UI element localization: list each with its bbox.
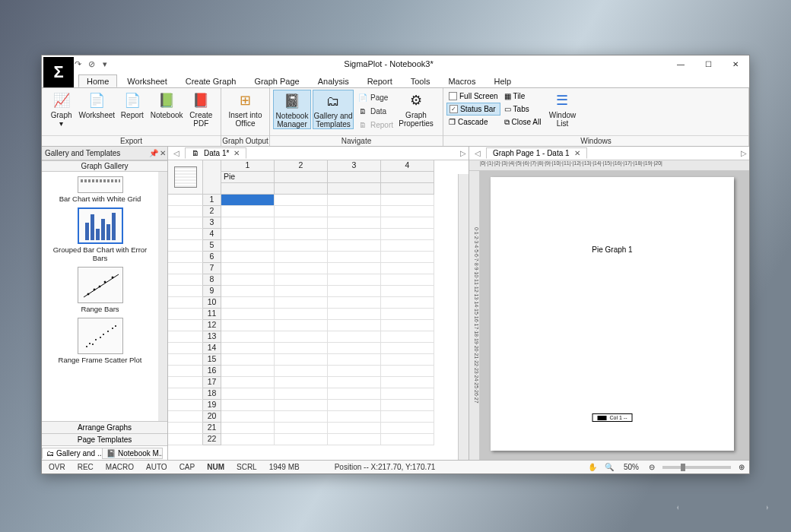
- cell[interactable]: [275, 229, 328, 240]
- cell[interactable]: [275, 309, 328, 320]
- col-subheader[interactable]: [381, 172, 434, 183]
- cell[interactable]: [221, 309, 275, 320]
- cell[interactable]: [275, 343, 328, 354]
- insert-into-office-button[interactable]: ⊞Insert into Office: [224, 90, 266, 128]
- graph-properties-button[interactable]: ⚙Graph Properties: [397, 90, 435, 128]
- row-header[interactable]: 12: [203, 320, 221, 331]
- tabs-button[interactable]: ▭Tabs: [502, 103, 544, 116]
- nav-page-button[interactable]: 📄Page: [355, 91, 396, 104]
- cell[interactable]: [328, 423, 381, 434]
- tab-graph-page[interactable]: Graph Page: [246, 74, 307, 87]
- row-header[interactable]: 5: [203, 240, 221, 252]
- cell[interactable]: [328, 388, 381, 400]
- cell[interactable]: [381, 434, 434, 445]
- cell[interactable]: [275, 206, 328, 217]
- row-header[interactable]: 21: [203, 423, 221, 434]
- gallery-item[interactable]: Bar Chart with White Grid: [46, 175, 154, 203]
- cell[interactable]: [275, 388, 328, 400]
- cell[interactable]: [328, 252, 381, 263]
- col-subheader2[interactable]: [328, 183, 381, 195]
- zoom-out-button[interactable]: ⊖: [649, 463, 655, 471]
- cell[interactable]: [328, 240, 381, 252]
- row-header[interactable]: 4: [203, 229, 221, 240]
- cell[interactable]: [275, 240, 328, 252]
- cell[interactable]: [275, 434, 328, 445]
- cell[interactable]: [221, 331, 275, 343]
- row-header[interactable]: 16: [203, 366, 221, 377]
- cell[interactable]: [275, 331, 328, 343]
- cell[interactable]: [328, 263, 381, 274]
- hand-tool-icon[interactable]: ✋: [588, 463, 597, 471]
- cell[interactable]: [275, 377, 328, 388]
- row-header[interactable]: 1: [203, 195, 221, 206]
- graph-title[interactable]: Pie Graph 1: [491, 245, 734, 254]
- cell[interactable]: [381, 206, 434, 217]
- cell[interactable]: [275, 217, 328, 229]
- pane-tab-gallery[interactable]: 🗂Gallery and ...: [42, 448, 103, 459]
- row-header[interactable]: 3: [203, 217, 221, 229]
- export-notebook-button[interactable]: 📗Notebook: [151, 90, 183, 119]
- cell[interactable]: [381, 331, 434, 343]
- nav-report-button[interactable]: 🗎Report: [355, 119, 396, 131]
- tab-report[interactable]: Report: [359, 74, 401, 87]
- tab-prev-icon[interactable]: ◁: [171, 149, 182, 157]
- tile-button[interactable]: ▦Tile: [502, 90, 544, 103]
- gtab-prev-icon[interactable]: ◁: [472, 149, 483, 157]
- row-header[interactable]: 11: [203, 309, 221, 320]
- worksheet-tab[interactable]: 🗎 Data 1* ✕: [185, 147, 246, 159]
- graph-gallery-header[interactable]: Graph Gallery: [42, 160, 167, 172]
- row-header[interactable]: 8: [203, 274, 221, 286]
- worksheet-grid[interactable]: 1234Pie123456789101112131415161718192021…: [168, 160, 469, 445]
- col-subheader2[interactable]: [275, 183, 328, 195]
- gallery-item[interactable]: Range Frame Scatter Plot: [46, 316, 154, 364]
- zoom-percent[interactable]: 50%: [621, 463, 641, 471]
- cell[interactable]: [221, 263, 275, 274]
- close-tab-icon[interactable]: ✕: [233, 149, 240, 157]
- cell[interactable]: [275, 423, 328, 434]
- cell[interactable]: [275, 252, 328, 263]
- cascade-button[interactable]: ❐Cascade: [446, 116, 500, 128]
- col-subheader2[interactable]: [221, 183, 275, 195]
- tab-create-graph[interactable]: Create Graph: [177, 74, 245, 87]
- cell[interactable]: [328, 217, 381, 229]
- cell[interactable]: [328, 434, 381, 445]
- cell[interactable]: [381, 354, 434, 366]
- cell[interactable]: [221, 206, 275, 217]
- cell[interactable]: [381, 240, 434, 252]
- col-subheader[interactable]: Pie: [221, 172, 275, 183]
- cell[interactable]: [328, 400, 381, 411]
- app-icon[interactable]: Σ: [43, 57, 74, 87]
- cell[interactable]: [328, 309, 381, 320]
- cell[interactable]: [381, 297, 434, 309]
- tab-macros[interactable]: Macros: [440, 74, 484, 87]
- qat-dropdown-icon[interactable]: ▾: [100, 59, 110, 69]
- tab-worksheet[interactable]: Worksheet: [119, 74, 175, 87]
- cell[interactable]: [221, 195, 275, 206]
- row-header[interactable]: 6: [203, 252, 221, 263]
- col-subheader[interactable]: [275, 172, 328, 183]
- redo-icon[interactable]: ↷: [72, 59, 83, 69]
- create-pdf-button[interactable]: 📕Create PDF: [185, 90, 218, 128]
- graph-canvas-area[interactable]: 0·1·2·3·4·5·6·7·8·9·10·11·12·13·14·15·16…: [469, 171, 749, 460]
- notebook-manager-button[interactable]: 📓Notebook Manager: [273, 90, 311, 129]
- cell[interactable]: [221, 217, 275, 229]
- row-header[interactable]: 17: [203, 377, 221, 388]
- cell[interactable]: [221, 252, 275, 263]
- minimize-button[interactable]: —: [667, 55, 694, 72]
- cell[interactable]: [328, 286, 381, 297]
- row-header[interactable]: 7: [203, 263, 221, 274]
- arrange-graphs-header[interactable]: Arrange Graphs: [42, 422, 167, 434]
- gallery-item[interactable]: Grouped Bar Chart with Error Bars: [46, 206, 154, 262]
- tab-home[interactable]: Home: [78, 74, 117, 87]
- page-templates-header[interactable]: Page Templates: [42, 434, 167, 446]
- cell[interactable]: [221, 274, 275, 286]
- row-header[interactable]: 2: [203, 206, 221, 217]
- cell[interactable]: [328, 320, 381, 331]
- cell[interactable]: [381, 366, 434, 377]
- col-header[interactable]: 2: [275, 160, 328, 172]
- cell[interactable]: [328, 343, 381, 354]
- worksheet-scrollbar[interactable]: [458, 174, 469, 460]
- cell[interactable]: [275, 366, 328, 377]
- cell[interactable]: [275, 195, 328, 206]
- col-subheader2[interactable]: [381, 183, 434, 195]
